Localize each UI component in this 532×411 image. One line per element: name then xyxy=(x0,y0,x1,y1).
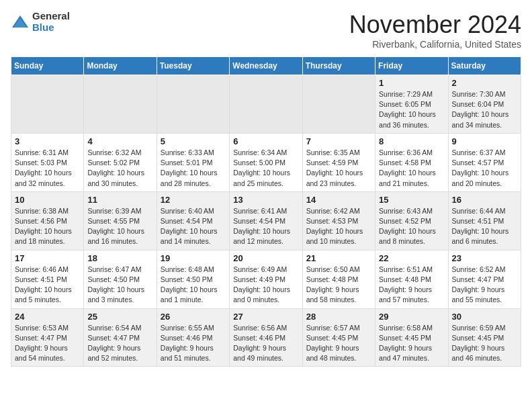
calendar-day-cell: 24Sunrise: 6:53 AMSunset: 4:47 PMDayligh… xyxy=(11,308,84,367)
day-info: Sunrise: 6:54 AMSunset: 4:47 PMDaylight:… xyxy=(87,323,152,364)
day-number: 14 xyxy=(306,195,371,205)
day-info: Sunrise: 6:56 AMSunset: 4:46 PMDaylight:… xyxy=(233,323,298,364)
day-number: 1 xyxy=(379,78,444,88)
day-number: 27 xyxy=(233,312,298,322)
day-info: Sunrise: 6:33 AMSunset: 5:01 PMDaylight:… xyxy=(161,148,226,189)
day-number: 25 xyxy=(87,312,152,322)
calendar-week-row: 3Sunrise: 6:31 AMSunset: 5:03 PMDaylight… xyxy=(11,133,521,191)
calendar-day-cell: 21Sunrise: 6:50 AMSunset: 4:48 PMDayligh… xyxy=(302,250,375,308)
calendar-day-cell: 15Sunrise: 6:43 AMSunset: 4:52 PMDayligh… xyxy=(375,191,448,250)
calendar-day-cell: 9Sunrise: 6:37 AMSunset: 4:57 PMDaylight… xyxy=(448,133,521,191)
day-number: 24 xyxy=(15,312,80,322)
day-info: Sunrise: 6:43 AMSunset: 4:52 PMDaylight:… xyxy=(379,206,444,247)
day-info: Sunrise: 6:57 AMSunset: 4:45 PMDaylight:… xyxy=(306,323,371,364)
calendar-day-cell: 18Sunrise: 6:47 AMSunset: 4:50 PMDayligh… xyxy=(84,250,157,308)
day-number: 5 xyxy=(161,136,226,146)
calendar-header-row: SundayMondayTuesdayWednesdayThursdayFrid… xyxy=(11,57,521,75)
day-number: 6 xyxy=(233,136,298,146)
day-info: Sunrise: 6:59 AMSunset: 4:45 PMDaylight:… xyxy=(452,323,517,364)
day-info: Sunrise: 6:46 AMSunset: 4:51 PMDaylight:… xyxy=(15,265,80,306)
calendar-day-cell: 13Sunrise: 6:41 AMSunset: 4:54 PMDayligh… xyxy=(230,191,302,250)
calendar-day-cell: 27Sunrise: 6:56 AMSunset: 4:46 PMDayligh… xyxy=(230,308,302,367)
day-number: 19 xyxy=(161,253,226,263)
day-number: 15 xyxy=(379,195,444,205)
calendar-day-cell: 11Sunrise: 6:39 AMSunset: 4:55 PMDayligh… xyxy=(84,191,157,250)
day-info: Sunrise: 6:31 AMSunset: 5:03 PMDaylight:… xyxy=(15,148,80,189)
calendar-day-cell: 19Sunrise: 6:48 AMSunset: 4:50 PMDayligh… xyxy=(157,250,229,308)
day-number: 11 xyxy=(87,195,152,205)
calendar-day-cell: 3Sunrise: 6:31 AMSunset: 5:03 PMDaylight… xyxy=(11,133,84,191)
day-number: 28 xyxy=(306,312,371,322)
calendar-week-row: 24Sunrise: 6:53 AMSunset: 4:47 PMDayligh… xyxy=(11,308,521,367)
day-number: 30 xyxy=(452,312,517,322)
day-info: Sunrise: 7:29 AMSunset: 6:05 PMDaylight:… xyxy=(379,89,444,130)
calendar-day-cell: 4Sunrise: 6:32 AMSunset: 5:02 PMDaylight… xyxy=(84,133,157,191)
day-number: 29 xyxy=(379,312,444,322)
logo-general-text: General xyxy=(32,11,70,22)
day-info: Sunrise: 6:50 AMSunset: 4:48 PMDaylight:… xyxy=(306,265,371,306)
calendar-day-cell xyxy=(157,75,229,134)
calendar-day-cell: 6Sunrise: 6:34 AMSunset: 5:00 PMDaylight… xyxy=(230,133,302,191)
calendar-week-row: 1Sunrise: 7:29 AMSunset: 6:05 PMDaylight… xyxy=(11,75,521,134)
day-number: 16 xyxy=(452,195,517,205)
day-info: Sunrise: 6:51 AMSunset: 4:48 PMDaylight:… xyxy=(379,265,444,306)
title-block: November 2024 Riverbank, California, Uni… xyxy=(349,11,521,50)
day-info: Sunrise: 6:41 AMSunset: 4:54 PMDaylight:… xyxy=(233,206,298,247)
calendar-day-cell: 17Sunrise: 6:46 AMSunset: 4:51 PMDayligh… xyxy=(11,250,84,308)
day-number: 18 xyxy=(87,253,152,263)
calendar-day-cell: 7Sunrise: 6:35 AMSunset: 4:59 PMDaylight… xyxy=(302,133,375,191)
calendar-day-cell xyxy=(302,75,375,134)
day-number: 12 xyxy=(161,195,226,205)
day-info: Sunrise: 6:52 AMSunset: 4:47 PMDaylight:… xyxy=(452,265,517,306)
day-info: Sunrise: 6:38 AMSunset: 4:56 PMDaylight:… xyxy=(15,206,80,247)
logo-blue-text: Blue xyxy=(32,22,70,34)
day-info: Sunrise: 6:42 AMSunset: 4:53 PMDaylight:… xyxy=(306,206,371,247)
day-info: Sunrise: 6:39 AMSunset: 4:55 PMDaylight:… xyxy=(87,206,152,247)
calendar-day-cell: 30Sunrise: 6:59 AMSunset: 4:45 PMDayligh… xyxy=(448,308,521,367)
day-info: Sunrise: 6:47 AMSunset: 4:50 PMDaylight:… xyxy=(87,265,152,306)
day-info: Sunrise: 6:36 AMSunset: 4:58 PMDaylight:… xyxy=(379,148,444,189)
day-number: 21 xyxy=(306,253,371,263)
day-info: Sunrise: 7:30 AMSunset: 6:04 PMDaylight:… xyxy=(452,89,517,130)
day-info: Sunrise: 6:44 AMSunset: 4:51 PMDaylight:… xyxy=(452,206,517,247)
calendar-week-row: 17Sunrise: 6:46 AMSunset: 4:51 PMDayligh… xyxy=(11,250,521,308)
day-info: Sunrise: 6:37 AMSunset: 4:57 PMDaylight:… xyxy=(452,148,517,189)
day-info: Sunrise: 6:32 AMSunset: 5:02 PMDaylight:… xyxy=(87,148,152,189)
day-number: 20 xyxy=(233,253,298,263)
day-number: 2 xyxy=(452,78,517,88)
day-number: 13 xyxy=(233,195,298,205)
logo: General Blue xyxy=(11,11,70,33)
day-number: 4 xyxy=(87,136,152,146)
day-number: 7 xyxy=(306,136,371,146)
day-info: Sunrise: 6:49 AMSunset: 4:49 PMDaylight:… xyxy=(233,265,298,306)
calendar-day-cell: 22Sunrise: 6:51 AMSunset: 4:48 PMDayligh… xyxy=(375,250,448,308)
calendar-day-cell: 26Sunrise: 6:55 AMSunset: 4:46 PMDayligh… xyxy=(157,308,229,367)
logo-icon xyxy=(11,13,30,32)
day-number: 8 xyxy=(379,136,444,146)
day-info: Sunrise: 6:48 AMSunset: 4:50 PMDaylight:… xyxy=(161,265,226,306)
calendar-day-cell: 23Sunrise: 6:52 AMSunset: 4:47 PMDayligh… xyxy=(448,250,521,308)
calendar-day-cell: 20Sunrise: 6:49 AMSunset: 4:49 PMDayligh… xyxy=(230,250,302,308)
weekday-header: Wednesday xyxy=(230,57,302,75)
day-info: Sunrise: 6:40 AMSunset: 4:54 PMDaylight:… xyxy=(161,206,226,247)
calendar-day-cell xyxy=(11,75,84,134)
calendar-day-cell: 2Sunrise: 7:30 AMSunset: 6:04 PMDaylight… xyxy=(448,75,521,134)
calendar-day-cell: 28Sunrise: 6:57 AMSunset: 4:45 PMDayligh… xyxy=(302,308,375,367)
calendar-day-cell: 25Sunrise: 6:54 AMSunset: 4:47 PMDayligh… xyxy=(84,308,157,367)
calendar-day-cell: 5Sunrise: 6:33 AMSunset: 5:01 PMDaylight… xyxy=(157,133,229,191)
calendar-table: SundayMondayTuesdayWednesdayThursdayFrid… xyxy=(11,56,521,367)
calendar-day-cell: 12Sunrise: 6:40 AMSunset: 4:54 PMDayligh… xyxy=(157,191,229,250)
day-info: Sunrise: 6:55 AMSunset: 4:46 PMDaylight:… xyxy=(161,323,226,364)
calendar-day-cell: 16Sunrise: 6:44 AMSunset: 4:51 PMDayligh… xyxy=(448,191,521,250)
page-header: General Blue November 2024 Riverbank, Ca… xyxy=(11,11,521,50)
calendar-day-cell: 29Sunrise: 6:58 AMSunset: 4:45 PMDayligh… xyxy=(375,308,448,367)
weekday-header: Sunday xyxy=(11,57,84,75)
day-number: 26 xyxy=(161,312,226,322)
weekday-header: Saturday xyxy=(448,57,521,75)
weekday-header: Tuesday xyxy=(157,57,229,75)
calendar-day-cell: 14Sunrise: 6:42 AMSunset: 4:53 PMDayligh… xyxy=(302,191,375,250)
day-info: Sunrise: 6:53 AMSunset: 4:47 PMDaylight:… xyxy=(15,323,80,364)
day-number: 17 xyxy=(15,253,80,263)
calendar-day-cell: 1Sunrise: 7:29 AMSunset: 6:05 PMDaylight… xyxy=(375,75,448,134)
month-title: November 2024 xyxy=(349,11,521,39)
